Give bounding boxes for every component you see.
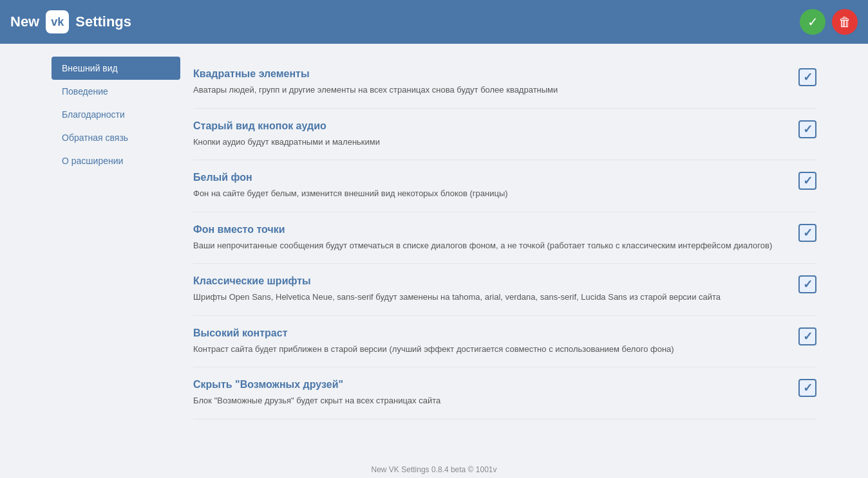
footer: New VK Settings 0.8.4 beta © 1001v [0, 463, 868, 477]
confirm-button[interactable]: ✓ [800, 9, 826, 35]
setting-title-high-contrast: Высокий контраст [193, 327, 788, 339]
setting-checkbox-old-audio-buttons[interactable]: ✓ [798, 120, 816, 138]
setting-checkbox-white-background[interactable]: ✓ [798, 172, 816, 190]
sidebar: Внешний видПоведениеБлагодарностиОбратна… [52, 57, 180, 450]
setting-title-square-elements: Квадратные элементы [193, 68, 788, 80]
setting-desc-old-audio-buttons: Кнопки аудио будут квадратными и маленьк… [193, 136, 788, 149]
footer-text: New VK Settings 0.8.4 beta © 1001v [372, 465, 497, 474]
header-actions: ✓ 🗑 [800, 9, 858, 35]
header: New vk Settings ✓ 🗑 [0, 0, 868, 44]
setting-row-white-background: Белый фонФон на сайте будет белым, измен… [193, 160, 816, 212]
setting-text-hide-possible-friends: Скрыть "Возможных друзей"Блок "Возможные… [193, 379, 788, 407]
sidebar-item-feedback[interactable]: Обратная связь [52, 126, 180, 149]
setting-title-bg-instead-dot: Фон вместо точки [193, 224, 788, 235]
setting-row-high-contrast: Высокий контрастКонтраст сайта будет при… [193, 316, 816, 368]
setting-desc-hide-possible-friends: Блок "Возможные друзья" будет скрыт на в… [193, 394, 788, 407]
setting-text-high-contrast: Высокий контрастКонтраст сайта будет при… [193, 327, 788, 356]
setting-title-classic-fonts: Классические шрифты [193, 275, 788, 287]
delete-button[interactable]: 🗑 [832, 9, 858, 35]
setting-text-old-audio-buttons: Старый вид кнопок аудиоКнопки аудио буду… [193, 120, 788, 149]
setting-checkbox-classic-fonts[interactable]: ✓ [798, 275, 816, 293]
setting-text-square-elements: Квадратные элементыАватары людей, групп … [193, 68, 788, 97]
setting-row-hide-possible-friends: Скрыть "Возможных друзей"Блок "Возможные… [193, 367, 816, 419]
setting-title-old-audio-buttons: Старый вид кнопок аудио [193, 120, 788, 132]
setting-desc-square-elements: Аватары людей, групп и другие элементы н… [193, 84, 788, 97]
setting-checkbox-square-elements[interactable]: ✓ [798, 68, 816, 86]
new-label: New [10, 14, 39, 30]
setting-desc-bg-instead-dot: Ваши непрочитанные сообщения будут отмеч… [193, 239, 788, 252]
setting-desc-classic-fonts: Шрифты Open Sans, Helvetica Neue, sans-s… [193, 291, 788, 304]
setting-checkbox-bg-instead-dot[interactable]: ✓ [798, 224, 816, 242]
setting-text-classic-fonts: Классические шрифтыШрифты Open Sans, Hel… [193, 275, 788, 304]
setting-checkbox-high-contrast[interactable]: ✓ [798, 327, 816, 345]
setting-row-bg-instead-dot: Фон вместо точкиВаши непрочитанные сообщ… [193, 212, 816, 264]
setting-row-square-elements: Квадратные элементыАватары людей, групп … [193, 57, 816, 109]
sidebar-item-appearance[interactable]: Внешний вид [52, 57, 180, 80]
setting-row-old-audio-buttons: Старый вид кнопок аудиоКнопки аудио буду… [193, 109, 816, 161]
header-title: New vk Settings [10, 10, 131, 33]
sidebar-item-behavior[interactable]: Поведение [52, 80, 180, 103]
setting-title-white-background: Белый фон [193, 172, 788, 183]
sidebar-item-thanks[interactable]: Благодарности [52, 103, 180, 126]
setting-desc-white-background: Фон на сайте будет белым, изменится внеш… [193, 187, 788, 200]
setting-checkbox-hide-possible-friends[interactable]: ✓ [798, 379, 816, 397]
settings-label: Settings [75, 14, 131, 30]
setting-text-bg-instead-dot: Фон вместо точкиВаши непрочитанные сообщ… [193, 224, 788, 252]
content-area: Квадратные элементыАватары людей, групп … [193, 57, 816, 450]
setting-title-hide-possible-friends: Скрыть "Возможных друзей" [193, 379, 788, 391]
vk-logo-icon: vk [46, 10, 69, 33]
main-layout: Внешний видПоведениеБлагодарностиОбратна… [0, 44, 868, 463]
sidebar-item-about[interactable]: О расширении [52, 149, 180, 172]
setting-text-white-background: Белый фонФон на сайте будет белым, измен… [193, 172, 788, 200]
setting-row-classic-fonts: Классические шрифтыШрифты Open Sans, Hel… [193, 264, 816, 316]
setting-desc-high-contrast: Контраст сайта будет приближен в старой … [193, 343, 788, 356]
